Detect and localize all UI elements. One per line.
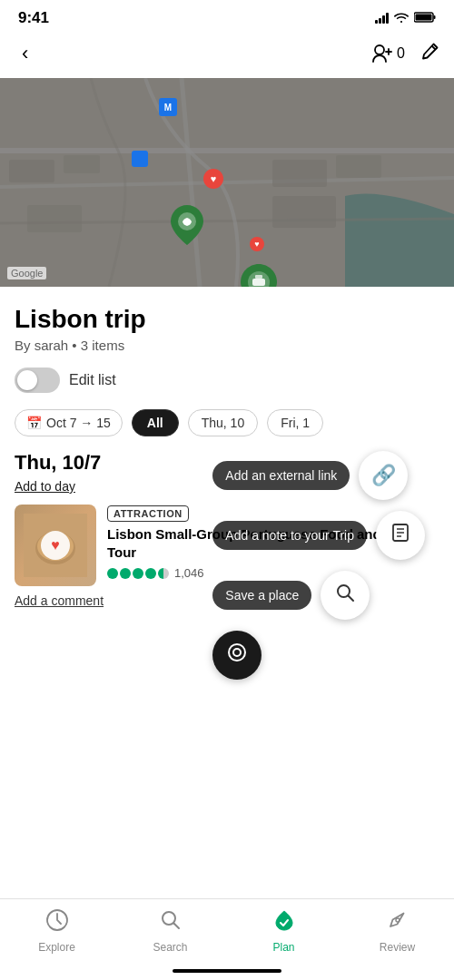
- date-range-button[interactable]: 📅 Oct 7 → 15: [15, 409, 123, 436]
- add-person-count: 0: [397, 45, 405, 62]
- date-range-label: Oct 7 → 15: [46, 416, 111, 430]
- add-external-link-fab[interactable]: Add an external link 🔗: [212, 451, 425, 500]
- heart-icon: ♥: [51, 537, 60, 554]
- explore-icon: [45, 908, 69, 937]
- place-badge: ATTRACTION: [107, 505, 189, 522]
- signal-bars-icon: [375, 13, 389, 24]
- tab-plan-label: Plan: [272, 941, 294, 954]
- search-tab-icon: [159, 908, 183, 937]
- svg-rect-18: [255, 275, 262, 279]
- red-heart-pin[interactable]: ♥: [203, 169, 223, 189]
- red-dot-pin[interactable]: ♥: [250, 237, 264, 251]
- map-view[interactable]: O ALTO CHIADO ALFAMA M ♥ ♥: [0, 78, 454, 287]
- save-place-button[interactable]: [321, 571, 370, 620]
- add-person-button[interactable]: 0: [371, 44, 405, 64]
- save-place-fab[interactable]: Save a place: [212, 571, 425, 620]
- nav-right-actions: 0: [371, 42, 439, 66]
- tab-search[interactable]: Search: [114, 908, 227, 954]
- place-image: ♥: [15, 505, 96, 586]
- filter-all-pill[interactable]: All: [132, 409, 179, 436]
- svg-point-3: [375, 45, 384, 54]
- note-icon: [390, 523, 410, 548]
- tab-plan[interactable]: Plan: [227, 908, 340, 954]
- tab-review-label: Review: [380, 941, 415, 954]
- plan-icon: [272, 908, 296, 937]
- svg-point-31: [396, 918, 400, 922]
- metro-pin: M: [159, 98, 177, 116]
- add-person-icon: [371, 44, 393, 64]
- status-bar: 9:41: [0, 0, 454, 33]
- edit-list-row: Edit list: [15, 368, 439, 393]
- heart-overlay: ♥: [41, 531, 70, 560]
- rating-dots: [107, 568, 169, 579]
- trip-title: Lisbon trip: [15, 305, 439, 334]
- filter-thu-pill[interactable]: Thu, 10: [188, 409, 258, 436]
- home-indicator: [173, 969, 281, 973]
- circle-icon: [226, 642, 248, 669]
- tab-search-label: Search: [153, 941, 187, 954]
- save-place-label: Save a place: [212, 581, 311, 610]
- filter-fri-pill[interactable]: Fri, 1: [267, 409, 323, 436]
- svg-point-24: [229, 644, 245, 661]
- edit-list-label: Edit list: [69, 372, 116, 388]
- trip-meta: By sarah • 3 items: [15, 338, 439, 353]
- rating-dot-2: [120, 568, 131, 579]
- svg-rect-1: [434, 15, 436, 19]
- tab-review[interactable]: Review: [340, 908, 454, 954]
- review-icon: [386, 908, 410, 937]
- tab-explore-label: Explore: [38, 941, 75, 954]
- edit-pencil-button[interactable]: [419, 42, 439, 66]
- pencil-icon: [419, 42, 439, 62]
- status-icons: [375, 10, 436, 26]
- link-icon: 🔗: [371, 464, 396, 487]
- blue-square-pin: [132, 151, 148, 167]
- green-pin-2[interactable]: [241, 264, 277, 287]
- rating-dot-5-half: [158, 568, 169, 579]
- tab-bar: Explore Search Plan Review: [0, 898, 454, 980]
- add-note-fab[interactable]: Add a note to your Trip: [212, 511, 425, 560]
- wifi-icon: [394, 11, 409, 25]
- back-button[interactable]: ‹: [15, 38, 35, 69]
- floating-section: Add an external link 🔗 Add a note to you…: [15, 451, 439, 608]
- date-filter-row: 📅 Oct 7 → 15 All Thu, 10 Fri, 1: [15, 409, 439, 436]
- add-to-day-link[interactable]: Add to day: [15, 479, 75, 494]
- edit-list-toggle[interactable]: [15, 368, 60, 393]
- rating-dot-3: [133, 568, 143, 579]
- extra-action-fab[interactable]: [212, 631, 425, 680]
- add-external-link-button[interactable]: 🔗: [359, 451, 408, 500]
- add-note-label: Add a note to your Trip: [212, 521, 367, 550]
- rating-count: 1,046: [174, 566, 204, 580]
- top-nav: ‹ 0: [0, 33, 454, 78]
- map-dark-overlay: [0, 78, 454, 287]
- add-note-button[interactable]: [376, 511, 425, 560]
- tab-explore[interactable]: Explore: [0, 908, 114, 954]
- fab-container: Add an external link 🔗 Add a note to you…: [212, 451, 425, 680]
- map-background: O ALTO CHIADO ALFAMA M ♥ ♥: [0, 78, 454, 287]
- add-external-link-label: Add an external link: [212, 461, 350, 490]
- green-pin-1[interactable]: [171, 205, 203, 249]
- rating-dot-1: [107, 568, 118, 579]
- battery-icon: [414, 10, 436, 26]
- google-logo: Google: [7, 267, 46, 279]
- extra-action-button[interactable]: [212, 631, 262, 680]
- content-area: Lisbon trip By sarah • 3 items Edit list…: [0, 287, 454, 608]
- search-icon: [335, 583, 355, 608]
- status-time: 9:41: [18, 9, 49, 27]
- calendar-icon: 📅: [26, 416, 42, 430]
- rating-dot-4: [145, 568, 156, 579]
- svg-point-25: [233, 649, 241, 656]
- svg-rect-2: [416, 15, 432, 21]
- svg-rect-17: [252, 279, 265, 286]
